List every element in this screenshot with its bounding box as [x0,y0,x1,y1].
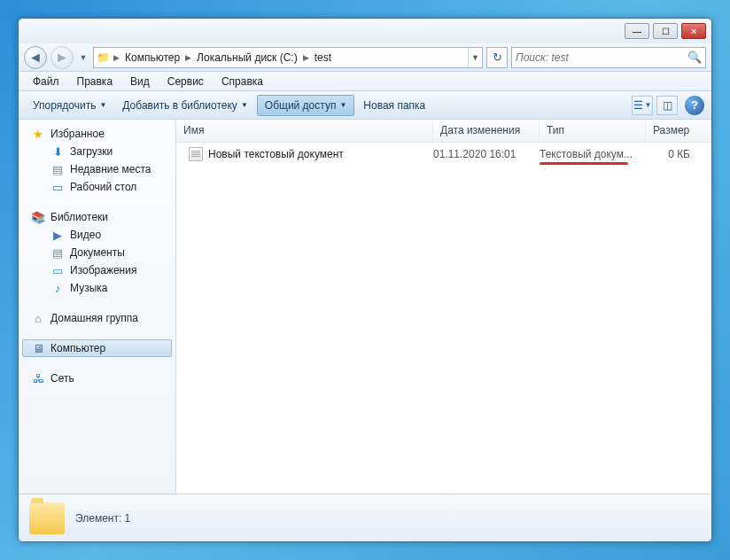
add-to-library-button[interactable]: Добавить в библиотеку▼ [115,96,254,115]
col-date[interactable]: Дата изменения [433,120,540,142]
music-icon: ♪ [50,281,65,295]
recent-icon: ▤ [50,162,65,176]
breadcrumb-computer[interactable]: Компьютер [121,51,183,64]
col-type[interactable]: Тип [540,120,646,142]
toolbar: Упорядочить▼ Добавить в библиотеку▼ Общи… [19,91,711,120]
breadcrumb[interactable]: 📁 ▶ Компьютер ▶ Локальный диск (C:) ▶ te… [93,47,483,68]
file-date: 01.11.2020 16:01 [433,148,540,160]
status-text: Элемент: 1 [75,512,130,525]
chevron-down-icon: ▼ [99,101,106,109]
body: ★Избранное ⬇Загрузки ▤Недавние места ▭Ра… [19,120,711,494]
chevron-down-icon: ▼ [645,101,652,109]
folder-icon [29,502,65,534]
star-icon: ★ [31,127,45,141]
minimize-button[interactable]: — [625,23,649,39]
sidebar-homegroup[interactable]: ⌂Домашняя группа [19,309,175,327]
sidebar-music[interactable]: ♪Музыка [19,279,175,297]
chevron-down-icon: ▼ [339,101,346,109]
menu-file[interactable]: Файл [26,74,66,89]
menu-view[interactable]: Вид [123,74,157,89]
video-icon: ▶ [50,228,65,242]
chevron-right-icon: ▶ [183,53,193,62]
refresh-button[interactable]: ↻ [486,47,508,68]
sidebar-computer[interactable]: 🖥Компьютер [22,339,172,357]
sidebar-videos[interactable]: ▶Видео [19,226,175,244]
network-icon: 🖧 [31,371,45,385]
file-name-cell: Новый текстовый документ [176,147,433,161]
preview-pane-button[interactable]: ◫ [656,96,678,115]
menu-help[interactable]: Справка [214,74,270,89]
help-button[interactable]: ? [685,96,704,115]
maximize-button[interactable]: ☐ [653,23,678,39]
search-icon[interactable]: 🔍 [687,51,702,64]
library-icon: 📚 [31,210,45,224]
navbar: ◄ ► ▼ 📁 ▶ Компьютер ▶ Локальный диск (C:… [19,43,711,72]
statusbar: Элемент: 1 [19,494,711,541]
breadcrumb-folder[interactable]: test [311,51,335,64]
chevron-down-icon: ▼ [241,101,248,109]
sidebar-recent[interactable]: ▤Недавние места [19,160,175,178]
search-box[interactable]: 🔍 [511,47,706,68]
sidebar-documents[interactable]: ▤Документы [19,244,175,261]
sidebar-downloads[interactable]: ⬇Загрузки [19,143,175,160]
col-name[interactable]: Имя [176,120,433,142]
view-options-button[interactable]: ☰▼ [632,96,653,115]
sidebar-libraries[interactable]: 📚Библиотеки [19,208,175,226]
text-file-icon [189,147,203,161]
organize-button[interactable]: Упорядочить▼ [26,96,113,115]
computer-icon: 🖥 [31,341,45,355]
search-input[interactable] [516,51,687,64]
menu-edit[interactable]: Правка [70,74,120,89]
chevron-right-icon: ▶ [301,53,311,62]
file-list: Имя Дата изменения Тип Размер Новый текс… [176,120,711,494]
red-underline-annotation [540,162,628,165]
downloads-icon: ⬇ [50,144,65,159]
documents-icon: ▤ [50,245,65,260]
chevron-right-icon: ▶ [112,53,121,62]
file-size: 0 КБ [646,148,711,160]
breadcrumb-dropdown[interactable]: ▼ [468,48,482,67]
history-dropdown[interactable]: ▼ [77,53,89,62]
desktop-icon: ▭ [50,180,65,194]
breadcrumb-drive[interactable]: Локальный диск (C:) [193,51,301,64]
share-button[interactable]: Общий доступ▼ [257,95,355,116]
sidebar-desktop[interactable]: ▭Рабочий стол [19,178,175,196]
file-type: Текстовый докум... [540,148,646,160]
homegroup-icon: ⌂ [31,311,45,325]
file-name: Новый текстовый документ [208,148,344,160]
column-headers: Имя Дата изменения Тип Размер [176,120,711,143]
pictures-icon: ▭ [50,263,65,277]
sidebar-favorites[interactable]: ★Избранное [19,125,175,143]
sidebar-network[interactable]: 🖧Сеть [19,369,175,387]
back-button[interactable]: ◄ [24,46,47,69]
forward-button[interactable]: ► [50,46,74,69]
folder-icon: 📁 [94,51,112,64]
col-size[interactable]: Размер [646,120,711,142]
new-folder-button[interactable]: Новая папка [356,96,432,115]
menu-service[interactable]: Сервис [160,74,211,89]
titlebar: — ☐ ✕ [19,19,711,43]
file-row[interactable]: Новый текстовый документ 01.11.2020 16:0… [176,143,711,162]
close-button[interactable]: ✕ [681,23,706,39]
sidebar: ★Избранное ⬇Загрузки ▤Недавние места ▭Ра… [19,120,176,494]
sidebar-pictures[interactable]: ▭Изображения [19,261,175,279]
menubar: Файл Правка Вид Сервис Справка [19,72,711,91]
explorer-window: — ☐ ✕ ◄ ► ▼ 📁 ▶ Компьютер ▶ Локальный ди… [18,18,712,542]
